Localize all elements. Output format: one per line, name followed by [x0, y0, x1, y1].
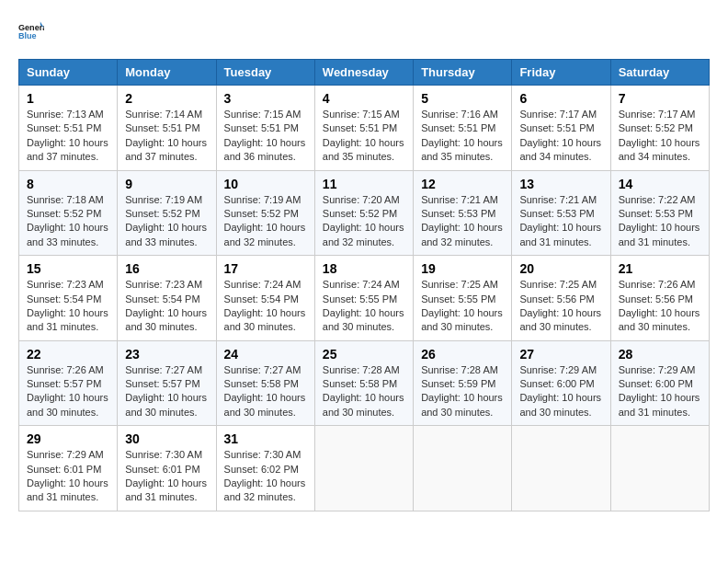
day-number: 6 [519, 91, 602, 106]
day-number: 30 [125, 431, 208, 446]
day-info: Sunrise: 7:28 AM Sunset: 5:59 PM Dayligh… [421, 363, 504, 420]
calendar-cell: 2 Sunrise: 7:14 AM Sunset: 5:51 PM Dayli… [118, 86, 216, 171]
calendar-week-row-4: 22 Sunrise: 7:26 AM Sunset: 5:57 PM Dayl… [19, 340, 710, 426]
day-info: Sunrise: 7:19 AM Sunset: 5:52 PM Dayligh… [224, 193, 307, 250]
day-info: Sunrise: 7:30 AM Sunset: 6:01 PM Dayligh… [125, 448, 208, 505]
calendar-cell: 22 Sunrise: 7:26 AM Sunset: 5:57 PM Dayl… [19, 340, 118, 426]
day-info: Sunrise: 7:29 AM Sunset: 6:01 PM Dayligh… [27, 448, 109, 505]
calendar-cell: 19 Sunrise: 7:25 AM Sunset: 5:55 PM Dayl… [414, 256, 512, 341]
calendar-cell: 18 Sunrise: 7:24 AM Sunset: 5:55 PM Dayl… [314, 256, 413, 341]
calendar-cell: 12 Sunrise: 7:21 AM Sunset: 5:53 PM Dayl… [414, 170, 512, 256]
day-info: Sunrise: 7:17 AM Sunset: 5:52 PM Dayligh… [619, 108, 701, 165]
day-info: Sunrise: 7:15 AM Sunset: 5:51 PM Dayligh… [323, 108, 405, 165]
day-number: 12 [421, 177, 504, 191]
day-info: Sunrise: 7:29 AM Sunset: 6:00 PM Dayligh… [619, 363, 701, 420]
weekday-header-friday: Friday [512, 60, 610, 86]
day-number: 9 [125, 177, 208, 191]
logo: General Blue [18, 18, 48, 44]
day-info: Sunrise: 7:27 AM Sunset: 5:58 PM Dayligh… [224, 363, 307, 420]
day-number: 21 [619, 261, 701, 276]
day-number: 1 [27, 91, 109, 106]
calendar-cell: 11 Sunrise: 7:20 AM Sunset: 5:52 PM Dayl… [314, 170, 413, 256]
day-info: Sunrise: 7:23 AM Sunset: 5:54 PM Dayligh… [27, 278, 109, 335]
calendar-week-row-2: 8 Sunrise: 7:18 AM Sunset: 5:52 PM Dayli… [19, 170, 710, 256]
day-info: Sunrise: 7:24 AM Sunset: 5:55 PM Dayligh… [323, 278, 405, 335]
day-number: 14 [619, 177, 701, 191]
weekday-header-sunday: Sunday [19, 60, 118, 86]
weekday-header-tuesday: Tuesday [216, 60, 314, 86]
day-number: 11 [323, 177, 405, 191]
calendar-cell: 1 Sunrise: 7:13 AM Sunset: 5:51 PM Dayli… [19, 86, 118, 171]
calendar-cell [512, 426, 610, 511]
calendar-cell: 24 Sunrise: 7:27 AM Sunset: 5:58 PM Dayl… [216, 340, 314, 426]
day-info: Sunrise: 7:26 AM Sunset: 5:56 PM Dayligh… [619, 278, 701, 335]
calendar-cell: 26 Sunrise: 7:28 AM Sunset: 5:59 PM Dayl… [414, 340, 512, 426]
day-number: 31 [224, 431, 307, 446]
day-number: 19 [421, 261, 504, 276]
calendar-cell: 25 Sunrise: 7:28 AM Sunset: 5:58 PM Dayl… [314, 340, 413, 426]
day-info: Sunrise: 7:30 AM Sunset: 6:02 PM Dayligh… [224, 448, 307, 505]
calendar-cell: 6 Sunrise: 7:17 AM Sunset: 5:51 PM Dayli… [512, 86, 610, 171]
calendar-cell: 3 Sunrise: 7:15 AM Sunset: 5:51 PM Dayli… [216, 86, 314, 171]
weekday-header-wednesday: Wednesday [314, 60, 413, 86]
day-info: Sunrise: 7:25 AM Sunset: 5:55 PM Dayligh… [421, 278, 504, 335]
day-number: 3 [224, 91, 307, 106]
day-number: 7 [619, 91, 701, 106]
calendar-cell: 21 Sunrise: 7:26 AM Sunset: 5:56 PM Dayl… [610, 256, 709, 341]
calendar-week-row-3: 15 Sunrise: 7:23 AM Sunset: 5:54 PM Dayl… [19, 256, 710, 341]
weekday-header-row: SundayMondayTuesdayWednesdayThursdayFrid… [19, 60, 710, 86]
day-info: Sunrise: 7:28 AM Sunset: 5:58 PM Dayligh… [323, 363, 405, 420]
day-number: 25 [323, 347, 405, 362]
day-number: 22 [27, 347, 109, 362]
day-number: 4 [323, 91, 405, 106]
calendar-cell: 30 Sunrise: 7:30 AM Sunset: 6:01 PM Dayl… [118, 426, 216, 511]
day-info: Sunrise: 7:15 AM Sunset: 5:51 PM Dayligh… [224, 108, 307, 165]
page-header: General Blue [18, 18, 710, 44]
day-info: Sunrise: 7:14 AM Sunset: 5:51 PM Dayligh… [125, 108, 208, 165]
day-info: Sunrise: 7:23 AM Sunset: 5:54 PM Dayligh… [125, 278, 208, 335]
day-number: 28 [619, 347, 701, 362]
day-number: 26 [421, 347, 504, 362]
day-number: 27 [519, 347, 602, 362]
day-info: Sunrise: 7:26 AM Sunset: 5:57 PM Dayligh… [27, 363, 109, 420]
day-number: 2 [125, 91, 208, 106]
calendar-week-row-1: 1 Sunrise: 7:13 AM Sunset: 5:51 PM Dayli… [19, 86, 710, 171]
day-number: 8 [27, 177, 109, 191]
calendar-cell: 31 Sunrise: 7:30 AM Sunset: 6:02 PM Dayl… [216, 426, 314, 511]
calendar-cell: 13 Sunrise: 7:21 AM Sunset: 5:53 PM Dayl… [512, 170, 610, 256]
calendar-cell: 16 Sunrise: 7:23 AM Sunset: 5:54 PM Dayl… [118, 256, 216, 341]
day-info: Sunrise: 7:17 AM Sunset: 5:51 PM Dayligh… [519, 108, 602, 165]
day-info: Sunrise: 7:21 AM Sunset: 5:53 PM Dayligh… [421, 193, 504, 250]
calendar-cell [414, 426, 512, 511]
calendar-cell: 15 Sunrise: 7:23 AM Sunset: 5:54 PM Dayl… [19, 256, 118, 341]
calendar-cell: 20 Sunrise: 7:25 AM Sunset: 5:56 PM Dayl… [512, 256, 610, 341]
calendar-table: SundayMondayTuesdayWednesdayThursdayFrid… [18, 59, 710, 511]
day-info: Sunrise: 7:27 AM Sunset: 5:57 PM Dayligh… [125, 363, 208, 420]
calendar-cell: 8 Sunrise: 7:18 AM Sunset: 5:52 PM Dayli… [19, 170, 118, 256]
day-number: 23 [125, 347, 208, 362]
day-info: Sunrise: 7:29 AM Sunset: 6:00 PM Dayligh… [519, 363, 602, 420]
calendar-cell: 5 Sunrise: 7:16 AM Sunset: 5:51 PM Dayli… [414, 86, 512, 171]
day-info: Sunrise: 7:20 AM Sunset: 5:52 PM Dayligh… [323, 193, 405, 250]
day-info: Sunrise: 7:13 AM Sunset: 5:51 PM Dayligh… [27, 108, 109, 165]
day-number: 13 [519, 177, 602, 191]
day-number: 16 [125, 261, 208, 276]
calendar-cell: 27 Sunrise: 7:29 AM Sunset: 6:00 PM Dayl… [512, 340, 610, 426]
day-number: 10 [224, 177, 307, 191]
day-info: Sunrise: 7:19 AM Sunset: 5:52 PM Dayligh… [125, 193, 208, 250]
day-number: 5 [421, 91, 504, 106]
logo-icon: General Blue [18, 18, 44, 44]
calendar-cell: 29 Sunrise: 7:29 AM Sunset: 6:01 PM Dayl… [19, 426, 118, 511]
day-info: Sunrise: 7:21 AM Sunset: 5:53 PM Dayligh… [519, 193, 602, 250]
calendar-cell: 14 Sunrise: 7:22 AM Sunset: 5:53 PM Dayl… [610, 170, 709, 256]
calendar-cell [314, 426, 413, 511]
day-number: 15 [27, 261, 109, 276]
svg-text:Blue: Blue [18, 31, 37, 40]
day-info: Sunrise: 7:25 AM Sunset: 5:56 PM Dayligh… [519, 278, 602, 335]
day-number: 17 [224, 261, 307, 276]
calendar-cell: 7 Sunrise: 7:17 AM Sunset: 5:52 PM Dayli… [610, 86, 709, 171]
calendar-cell: 4 Sunrise: 7:15 AM Sunset: 5:51 PM Dayli… [314, 86, 413, 171]
weekday-header-saturday: Saturday [610, 60, 709, 86]
calendar-cell: 10 Sunrise: 7:19 AM Sunset: 5:52 PM Dayl… [216, 170, 314, 256]
calendar-cell: 23 Sunrise: 7:27 AM Sunset: 5:57 PM Dayl… [118, 340, 216, 426]
